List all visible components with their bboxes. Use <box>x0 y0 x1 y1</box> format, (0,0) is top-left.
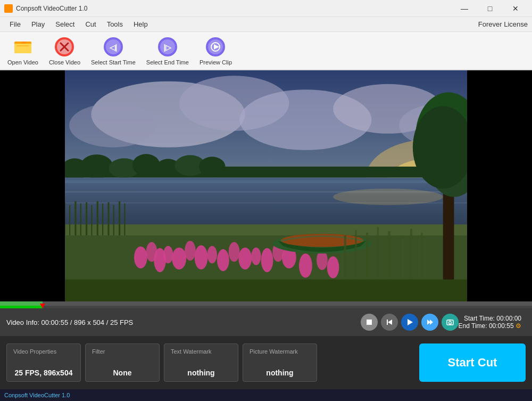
timeline-marker <box>40 304 45 308</box>
svg-rect-89 <box>387 320 388 325</box>
text-watermark-value: nothing <box>171 369 231 377</box>
preview-clip-label: Preview Clip <box>200 59 232 66</box>
timeline-area[interactable] <box>0 301 532 308</box>
time-info: Start Time: 00:00:00 End Time: 00:00:55 … <box>459 315 526 330</box>
svg-point-21 <box>69 103 157 148</box>
svg-rect-78 <box>65 280 467 301</box>
svg-rect-85 <box>410 229 412 280</box>
text-watermark-title: Text Watermark <box>171 348 231 355</box>
select-start-time-button[interactable]: ◁| Select Start Time <box>88 34 139 68</box>
settings-icon[interactable]: ⚙ <box>516 322 521 330</box>
svg-point-63 <box>229 242 240 261</box>
preview-clip-button[interactable]: Preview Clip <box>196 34 235 68</box>
text-watermark-box: Text Watermark nothing <box>164 343 238 382</box>
menu-play[interactable]: Play <box>26 18 50 30</box>
stop-button[interactable] <box>361 314 378 331</box>
playback-controls <box>361 314 459 331</box>
start-cut-button[interactable]: Start Cut <box>419 343 526 382</box>
svg-rect-38 <box>65 191 467 192</box>
svg-text:|▷: |▷ <box>163 43 172 52</box>
svg-point-69 <box>299 253 312 277</box>
svg-point-58 <box>172 248 186 269</box>
svg-point-59 <box>185 241 196 260</box>
timeline-green[interactable] <box>0 306 532 308</box>
svg-rect-95 <box>448 320 451 321</box>
title-bar-text: Conpsoft VideoCutter 1.0 <box>16 5 452 12</box>
timeline-progress <box>0 301 43 306</box>
close-video-icon <box>54 36 75 58</box>
filter-box: Filter None <box>85 343 160 382</box>
svg-point-31 <box>132 154 160 176</box>
title-bar-controls: — □ ✕ <box>452 0 528 17</box>
open-video-label: Open Video <box>7 59 38 66</box>
license-text: Forever License <box>478 20 528 28</box>
menu-cut[interactable]: Cut <box>80 18 101 30</box>
screenshot-button[interactable] <box>442 314 459 331</box>
start-time-display: Start Time: 00:00:00 <box>459 315 521 322</box>
svg-rect-49 <box>102 203 103 235</box>
svg-rect-83 <box>388 231 390 280</box>
black-bar-right <box>470 70 532 301</box>
svg-point-61 <box>207 246 217 264</box>
svg-rect-48 <box>97 201 98 235</box>
minimize-button[interactable]: — <box>452 0 477 17</box>
filter-value: None <box>92 369 153 377</box>
svg-rect-44 <box>74 201 76 235</box>
picture-watermark-title: Picture Watermark <box>250 348 310 355</box>
title-bar: Conpsoft VideoCutter 1.0 — □ ✕ <box>0 0 532 17</box>
video-info: Video Info: 00:00:55 / 896 x 504 / 25 FP… <box>6 318 361 326</box>
svg-rect-46 <box>86 202 87 235</box>
select-start-label: Select Start Time <box>91 59 136 66</box>
video-properties-box: Video Properties 25 FPS, 896x504 <box>6 343 81 382</box>
open-video-button[interactable]: Open Video <box>4 34 41 68</box>
menu-bar: File Play Select Cut Tools Help Forever … <box>0 17 532 32</box>
svg-rect-81 <box>366 233 368 280</box>
select-end-label: Select End Time <box>146 59 189 66</box>
menu-select[interactable]: Select <box>50 18 80 30</box>
filter-title: Filter <box>92 348 153 355</box>
svg-point-94 <box>448 322 451 324</box>
select-end-icon: |▷ <box>157 36 178 58</box>
menu-file[interactable]: File <box>4 18 26 30</box>
svg-point-62 <box>217 249 229 271</box>
status-text: Conpsoft VideoCutter 1.0 <box>4 392 70 398</box>
svg-rect-47 <box>91 205 92 235</box>
svg-rect-50 <box>107 202 109 235</box>
svg-rect-43 <box>69 205 70 235</box>
close-video-label: Close Video <box>49 59 80 66</box>
svg-point-65 <box>251 248 261 265</box>
svg-rect-87 <box>367 320 372 325</box>
back-button[interactable] <box>381 314 398 331</box>
open-video-icon <box>12 36 34 58</box>
timeline-track[interactable] <box>0 301 532 306</box>
svg-text:◁|: ◁| <box>109 43 117 52</box>
fast-forward-button[interactable] <box>421 314 438 331</box>
close-video-button[interactable]: Close Video <box>46 34 84 68</box>
svg-point-34 <box>199 157 226 176</box>
svg-rect-82 <box>377 227 379 280</box>
video-area <box>0 70 532 301</box>
menu-tools[interactable]: Tools <box>102 18 128 30</box>
svg-point-66 <box>261 248 273 272</box>
svg-rect-52 <box>119 201 120 235</box>
svg-rect-39 <box>65 202 467 203</box>
svg-point-29 <box>80 154 113 178</box>
svg-point-57 <box>163 246 173 264</box>
svg-marker-88 <box>388 320 392 325</box>
menu-help[interactable]: Help <box>128 18 153 30</box>
svg-rect-1 <box>14 44 31 53</box>
picture-watermark-box: Picture Watermark nothing <box>243 343 317 382</box>
black-bar-left <box>0 70 68 301</box>
svg-rect-36 <box>65 181 467 183</box>
close-button[interactable]: ✕ <box>503 0 528 17</box>
select-end-time-button[interactable]: |▷ Select End Time <box>143 34 192 68</box>
svg-point-64 <box>238 248 252 269</box>
preview-icon <box>205 36 226 58</box>
maximize-button[interactable]: □ <box>478 0 502 17</box>
video-properties-title: Video Properties <box>13 348 74 355</box>
video-thumbnail <box>65 70 467 301</box>
status-bar: Conpsoft VideoCutter 1.0 <box>0 389 532 401</box>
controls-bar: Video Info: 00:00:55 / 896 x 504 / 25 FP… <box>0 308 532 336</box>
play-button[interactable] <box>401 314 418 331</box>
svg-marker-92 <box>430 320 433 325</box>
